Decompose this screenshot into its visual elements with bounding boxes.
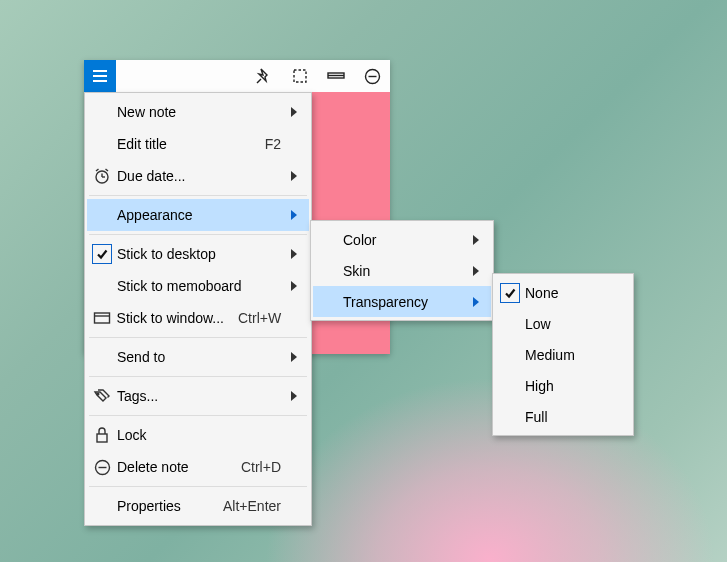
pin-button[interactable] bbox=[246, 60, 282, 92]
menu-item-transp-none[interactable]: None bbox=[495, 277, 631, 308]
menu-item-label: Low bbox=[525, 316, 623, 332]
menu-item-label: Due date... bbox=[117, 168, 287, 184]
menu-item-label: Full bbox=[525, 409, 623, 425]
titlebar-icon bbox=[327, 70, 345, 82]
menu-item-transparency[interactable]: Transparency bbox=[313, 286, 491, 317]
menu-separator bbox=[89, 376, 307, 377]
menu-item-label: Skin bbox=[343, 263, 469, 279]
hamburger-menu-button[interactable] bbox=[84, 60, 116, 92]
menu-item-label: Stick to memoboard bbox=[117, 278, 287, 294]
svg-point-16 bbox=[97, 393, 99, 395]
select-area-button[interactable] bbox=[282, 60, 318, 92]
hamburger-icon bbox=[92, 69, 108, 83]
menu-item-edit-title[interactable]: Edit title F2 bbox=[87, 128, 309, 160]
menu-item-appearance[interactable]: Appearance bbox=[87, 199, 309, 231]
transparency-submenu: None Low Medium High Full bbox=[492, 273, 634, 436]
pin-icon bbox=[255, 67, 273, 85]
delete-circle-icon bbox=[87, 459, 117, 476]
menu-item-stick-window[interactable]: Stick to window... Ctrl+W bbox=[87, 302, 309, 334]
menu-item-transp-full[interactable]: Full bbox=[495, 401, 631, 432]
menu-item-label: Send to bbox=[117, 349, 287, 365]
menu-item-label: Delete note bbox=[117, 459, 241, 475]
svg-line-12 bbox=[96, 169, 99, 171]
menu-separator bbox=[89, 337, 307, 338]
submenu-arrow-icon bbox=[287, 249, 301, 259]
menu-item-label: Medium bbox=[525, 347, 623, 363]
menu-item-shortcut: Ctrl+D bbox=[241, 459, 287, 475]
main-context-menu: New note Edit title F2 Due date... Appea… bbox=[84, 92, 312, 526]
menu-item-label: Appearance bbox=[117, 207, 287, 223]
svg-rect-14 bbox=[94, 313, 109, 323]
submenu-arrow-icon bbox=[287, 352, 301, 362]
window-icon bbox=[87, 311, 117, 325]
tags-icon bbox=[87, 388, 117, 404]
menu-item-shortcut: Ctrl+W bbox=[238, 310, 287, 326]
checkmark-icon bbox=[495, 283, 525, 303]
menu-item-skin[interactable]: Skin bbox=[313, 255, 491, 286]
menu-item-label: Tags... bbox=[117, 388, 287, 404]
submenu-arrow-icon bbox=[287, 210, 301, 220]
menu-item-due-date[interactable]: Due date... bbox=[87, 160, 309, 192]
menu-item-shortcut: F2 bbox=[265, 136, 287, 152]
appearance-submenu: Color Skin Transparency bbox=[310, 220, 494, 321]
svg-rect-17 bbox=[97, 434, 107, 442]
submenu-arrow-icon bbox=[287, 171, 301, 181]
submenu-arrow-icon bbox=[287, 281, 301, 291]
menu-item-label: Properties bbox=[117, 498, 223, 514]
menu-item-send-to[interactable]: Send to bbox=[87, 341, 309, 373]
menu-item-label: New note bbox=[117, 104, 287, 120]
submenu-arrow-icon bbox=[287, 391, 301, 401]
select-area-icon bbox=[292, 68, 308, 84]
menu-item-lock[interactable]: Lock bbox=[87, 419, 309, 451]
menu-separator bbox=[89, 415, 307, 416]
lock-icon bbox=[87, 426, 117, 444]
menu-item-transp-medium[interactable]: Medium bbox=[495, 339, 631, 370]
alarm-icon bbox=[87, 167, 117, 185]
menu-item-delete-note[interactable]: Delete note Ctrl+D bbox=[87, 451, 309, 483]
svg-line-13 bbox=[106, 169, 109, 171]
toolbar-spacer bbox=[116, 60, 246, 92]
svg-rect-4 bbox=[294, 70, 306, 82]
submenu-arrow-icon bbox=[469, 297, 483, 307]
menu-item-label: Color bbox=[343, 232, 469, 248]
menu-item-label: Transparency bbox=[343, 294, 469, 310]
titlebar-button[interactable] bbox=[318, 60, 354, 92]
menu-separator bbox=[89, 195, 307, 196]
menu-item-color[interactable]: Color bbox=[313, 224, 491, 255]
menu-item-transp-high[interactable]: High bbox=[495, 370, 631, 401]
menu-item-label: Stick to window... bbox=[117, 310, 238, 326]
menu-item-stick-desktop[interactable]: Stick to desktop bbox=[87, 238, 309, 270]
menu-item-stick-memoboard[interactable]: Stick to memoboard bbox=[87, 270, 309, 302]
submenu-arrow-icon bbox=[469, 235, 483, 245]
submenu-arrow-icon bbox=[287, 107, 301, 117]
menu-item-tags[interactable]: Tags... bbox=[87, 380, 309, 412]
note-toolbar bbox=[84, 60, 390, 92]
menu-item-label: Stick to desktop bbox=[117, 246, 287, 262]
svg-line-3 bbox=[257, 79, 261, 83]
menu-item-properties[interactable]: Properties Alt+Enter bbox=[87, 490, 309, 522]
menu-item-label: None bbox=[525, 285, 623, 301]
minimize-button[interactable] bbox=[354, 60, 390, 92]
menu-item-label: High bbox=[525, 378, 623, 394]
menu-item-shortcut: Alt+Enter bbox=[223, 498, 287, 514]
menu-item-label: Edit title bbox=[117, 136, 265, 152]
checkmark-icon bbox=[87, 244, 117, 264]
submenu-arrow-icon bbox=[469, 266, 483, 276]
menu-item-label: Lock bbox=[117, 427, 287, 443]
menu-separator bbox=[89, 486, 307, 487]
minimize-circle-icon bbox=[364, 68, 381, 85]
menu-item-new-note[interactable]: New note bbox=[87, 96, 309, 128]
menu-separator bbox=[89, 234, 307, 235]
menu-item-transp-low[interactable]: Low bbox=[495, 308, 631, 339]
